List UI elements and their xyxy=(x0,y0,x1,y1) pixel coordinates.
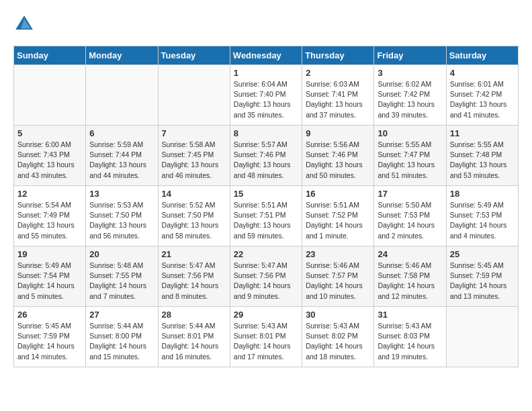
calendar-cell: 28Sunrise: 5:44 AM Sunset: 8:01 PM Dayli… xyxy=(158,307,230,367)
calendar-cell: 22Sunrise: 5:47 AM Sunset: 7:56 PM Dayli… xyxy=(230,246,302,307)
day-number: 24 xyxy=(378,249,442,259)
day-info: Sunrise: 5:52 AM Sunset: 7:50 PM Dayligh… xyxy=(162,200,226,241)
calendar-cell xyxy=(446,307,518,367)
day-number: 15 xyxy=(234,189,298,199)
day-number: 28 xyxy=(162,310,226,320)
day-number: 9 xyxy=(306,128,370,138)
day-info: Sunrise: 6:02 AM Sunset: 7:42 PM Dayligh… xyxy=(378,79,442,120)
header-day: Saturday xyxy=(446,46,518,65)
day-number: 13 xyxy=(89,189,154,199)
day-info: Sunrise: 5:46 AM Sunset: 7:57 PM Dayligh… xyxy=(306,261,370,302)
calendar-cell: 12Sunrise: 5:54 AM Sunset: 7:49 PM Dayli… xyxy=(14,186,86,246)
calendar-cell: 10Sunrise: 5:55 AM Sunset: 7:47 PM Dayli… xyxy=(374,126,446,186)
calendar-cell: 15Sunrise: 5:51 AM Sunset: 7:51 PM Dayli… xyxy=(230,186,302,246)
day-number: 18 xyxy=(450,189,515,199)
day-number: 23 xyxy=(306,249,370,259)
day-info: Sunrise: 5:56 AM Sunset: 7:46 PM Dayligh… xyxy=(306,140,370,181)
day-number: 31 xyxy=(378,310,442,320)
day-info: Sunrise: 5:44 AM Sunset: 8:01 PM Dayligh… xyxy=(162,321,226,362)
calendar-cell: 24Sunrise: 5:46 AM Sunset: 7:58 PM Dayli… xyxy=(374,246,446,307)
day-info: Sunrise: 5:58 AM Sunset: 7:45 PM Dayligh… xyxy=(162,140,226,181)
calendar-cell: 2Sunrise: 6:03 AM Sunset: 7:41 PM Daylig… xyxy=(302,65,374,126)
day-info: Sunrise: 6:01 AM Sunset: 7:42 PM Dayligh… xyxy=(450,79,515,120)
day-info: Sunrise: 5:47 AM Sunset: 7:56 PM Dayligh… xyxy=(234,261,298,302)
calendar-week-row: 26Sunrise: 5:45 AM Sunset: 7:59 PM Dayli… xyxy=(14,307,519,367)
day-info: Sunrise: 5:59 AM Sunset: 7:44 PM Dayligh… xyxy=(89,140,154,181)
day-number: 10 xyxy=(378,128,442,138)
day-number: 3 xyxy=(378,68,442,78)
calendar-cell: 9Sunrise: 5:56 AM Sunset: 7:46 PM Daylig… xyxy=(302,126,374,186)
calendar-cell xyxy=(14,65,86,126)
day-number: 4 xyxy=(450,68,515,78)
day-number: 20 xyxy=(89,249,154,259)
day-number: 21 xyxy=(162,249,226,259)
day-info: Sunrise: 5:43 AM Sunset: 8:01 PM Dayligh… xyxy=(234,321,298,362)
day-number: 2 xyxy=(306,68,370,78)
calendar-cell: 8Sunrise: 5:57 AM Sunset: 7:46 PM Daylig… xyxy=(230,126,302,186)
page-header xyxy=(13,13,519,35)
day-info: Sunrise: 5:47 AM Sunset: 7:56 PM Dayligh… xyxy=(162,261,226,302)
calendar-cell: 1Sunrise: 6:04 AM Sunset: 7:40 PM Daylig… xyxy=(230,65,302,126)
calendar-week-row: 1Sunrise: 6:04 AM Sunset: 7:40 PM Daylig… xyxy=(14,65,519,126)
header-day: Sunday xyxy=(14,46,86,65)
day-number: 19 xyxy=(17,249,82,259)
header-day: Friday xyxy=(374,46,446,65)
day-info: Sunrise: 5:43 AM Sunset: 8:03 PM Dayligh… xyxy=(378,321,442,362)
day-number: 14 xyxy=(162,189,226,199)
header-day: Monday xyxy=(86,46,158,65)
calendar-cell: 23Sunrise: 5:46 AM Sunset: 7:57 PM Dayli… xyxy=(302,246,374,307)
calendar-cell: 27Sunrise: 5:44 AM Sunset: 8:00 PM Dayli… xyxy=(86,307,158,367)
header-day: Tuesday xyxy=(158,46,230,65)
day-number: 16 xyxy=(306,189,370,199)
day-number: 7 xyxy=(162,128,226,138)
calendar-cell: 30Sunrise: 5:43 AM Sunset: 8:02 PM Dayli… xyxy=(302,307,374,367)
calendar-cell: 13Sunrise: 5:53 AM Sunset: 7:50 PM Dayli… xyxy=(86,186,158,246)
calendar-cell: 7Sunrise: 5:58 AM Sunset: 7:45 PM Daylig… xyxy=(158,126,230,186)
calendar-cell: 17Sunrise: 5:50 AM Sunset: 7:53 PM Dayli… xyxy=(374,186,446,246)
day-info: Sunrise: 5:49 AM Sunset: 7:54 PM Dayligh… xyxy=(17,261,82,302)
day-info: Sunrise: 5:45 AM Sunset: 7:59 PM Dayligh… xyxy=(450,261,515,302)
day-number: 1 xyxy=(234,68,298,78)
calendar-cell: 4Sunrise: 6:01 AM Sunset: 7:42 PM Daylig… xyxy=(446,65,518,126)
day-info: Sunrise: 5:55 AM Sunset: 7:47 PM Dayligh… xyxy=(378,140,442,181)
calendar-cell: 5Sunrise: 6:00 AM Sunset: 7:43 PM Daylig… xyxy=(14,126,86,186)
header-day: Thursday xyxy=(302,46,374,65)
header-day: Wednesday xyxy=(230,46,302,65)
calendar-cell: 6Sunrise: 5:59 AM Sunset: 7:44 PM Daylig… xyxy=(86,126,158,186)
calendar-cell: 29Sunrise: 5:43 AM Sunset: 8:01 PM Dayli… xyxy=(230,307,302,367)
day-number: 17 xyxy=(378,189,442,199)
day-info: Sunrise: 5:43 AM Sunset: 8:02 PM Dayligh… xyxy=(306,321,370,362)
day-info: Sunrise: 5:55 AM Sunset: 7:48 PM Dayligh… xyxy=(450,140,515,181)
day-info: Sunrise: 6:04 AM Sunset: 7:40 PM Dayligh… xyxy=(234,79,298,120)
calendar-cell: 14Sunrise: 5:52 AM Sunset: 7:50 PM Dayli… xyxy=(158,186,230,246)
day-info: Sunrise: 5:51 AM Sunset: 7:51 PM Dayligh… xyxy=(234,200,298,241)
calendar-cell: 3Sunrise: 6:02 AM Sunset: 7:42 PM Daylig… xyxy=(374,65,446,126)
day-number: 8 xyxy=(234,128,298,138)
calendar-cell: 26Sunrise: 5:45 AM Sunset: 7:59 PM Dayli… xyxy=(14,307,86,367)
day-info: Sunrise: 6:03 AM Sunset: 7:41 PM Dayligh… xyxy=(306,79,370,120)
day-info: Sunrise: 5:57 AM Sunset: 7:46 PM Dayligh… xyxy=(234,140,298,181)
day-info: Sunrise: 5:48 AM Sunset: 7:55 PM Dayligh… xyxy=(89,261,154,302)
day-info: Sunrise: 5:46 AM Sunset: 7:58 PM Dayligh… xyxy=(378,261,442,302)
day-number: 25 xyxy=(450,249,515,259)
calendar-cell xyxy=(86,65,158,126)
day-info: Sunrise: 5:53 AM Sunset: 7:50 PM Dayligh… xyxy=(89,200,154,241)
calendar-cell: 21Sunrise: 5:47 AM Sunset: 7:56 PM Dayli… xyxy=(158,246,230,307)
day-number: 5 xyxy=(17,128,82,138)
calendar-table: SundayMondayTuesdayWednesdayThursdayFrid… xyxy=(13,46,519,367)
calendar-cell: 20Sunrise: 5:48 AM Sunset: 7:55 PM Dayli… xyxy=(86,246,158,307)
day-number: 30 xyxy=(306,310,370,320)
day-number: 11 xyxy=(450,128,515,138)
logo-icon xyxy=(13,13,35,35)
calendar-week-row: 19Sunrise: 5:49 AM Sunset: 7:54 PM Dayli… xyxy=(14,246,519,307)
day-number: 6 xyxy=(89,128,154,138)
calendar-week-row: 5Sunrise: 6:00 AM Sunset: 7:43 PM Daylig… xyxy=(14,126,519,186)
day-info: Sunrise: 5:50 AM Sunset: 7:53 PM Dayligh… xyxy=(378,200,442,241)
day-number: 12 xyxy=(17,189,82,199)
day-number: 22 xyxy=(234,249,298,259)
day-number: 27 xyxy=(89,310,154,320)
day-number: 29 xyxy=(234,310,298,320)
calendar-week-row: 12Sunrise: 5:54 AM Sunset: 7:49 PM Dayli… xyxy=(14,186,519,246)
day-info: Sunrise: 6:00 AM Sunset: 7:43 PM Dayligh… xyxy=(17,140,82,181)
header-row: SundayMondayTuesdayWednesdayThursdayFrid… xyxy=(14,46,519,65)
